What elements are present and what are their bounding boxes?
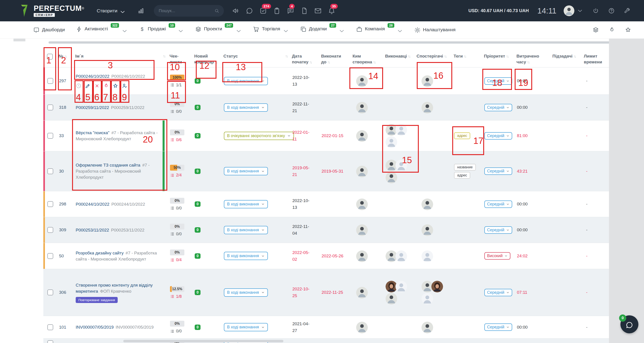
menu-item-trade[interactable]: Торгівля [253, 26, 289, 34]
priority-dropdown[interactable]: Середній [484, 200, 512, 208]
new-comment-badge[interactable]: 0 [195, 133, 200, 138]
status-dropdown[interactable]: В ході виконання [224, 226, 268, 234]
task-name-link[interactable]: INV000007/05/2019 [76, 325, 114, 329]
comments-icon[interactable]: 4 [287, 7, 294, 15]
sort-arrows-icon[interactable]: ↑↓ [573, 54, 576, 58]
volume-icon[interactable] [232, 7, 240, 15]
avatar-photo[interactable] [422, 198, 433, 210]
column-header-date_start[interactable]: Дата початку↑↓ [290, 51, 319, 67]
chat-fab-button[interactable]: 0 [620, 315, 638, 333]
tag-badge[interactable]: адрес [454, 132, 470, 139]
horizontal-scrollbar-top[interactable] [48, 41, 612, 44]
row-checkbox[interactable] [48, 340, 53, 343]
status-dropdown[interactable]: В ході виконання [224, 77, 268, 85]
avatar-photo[interactable] [422, 322, 433, 333]
new-comment-badge[interactable]: 0 [195, 169, 200, 174]
star-icon[interactable] [625, 27, 632, 33]
avatar-photo[interactable] [422, 102, 433, 114]
menu-item-addons[interactable]: Додатки 27 [300, 26, 345, 34]
avatar-photo[interactable] [386, 172, 397, 183]
sort-arrows-icon[interactable]: ↑↓ [285, 53, 288, 67]
checklist-counter[interactable]: 1/1 [170, 83, 189, 87]
logout-icon[interactable] [592, 8, 599, 14]
avatar-photo[interactable] [356, 198, 368, 210]
menu-item-company[interactable]: Компанія 28 [356, 26, 403, 34]
column-header-checklist[interactable]: Чек-листи↑↓ [167, 51, 192, 67]
avatar-photo[interactable] [356, 287, 368, 298]
avatar-photo[interactable] [356, 166, 368, 177]
bell-icon[interactable]: 35 [328, 7, 336, 15]
sort-arrows-icon[interactable]: ↑↓ [527, 60, 529, 64]
row-checkbox[interactable] [48, 201, 53, 207]
clock-icon[interactable] [76, 83, 82, 89]
document-icon[interactable] [300, 7, 308, 15]
priority-dropdown[interactable]: Середній [484, 323, 512, 331]
horizontal-scrollbar-bottom[interactable] [123, 340, 284, 342]
person-check-icon[interactable] [122, 83, 128, 89]
task-name-link[interactable]: Розробка дизайну сайту [76, 251, 124, 255]
column-header-subtasks[interactable]: Підзадачі↑↓ [550, 51, 582, 67]
tag-badge[interactable]: адрес [454, 172, 470, 179]
checklist-counter[interactable]: 0/4 [170, 258, 189, 262]
tasks-icon[interactable]: 274 [259, 7, 267, 15]
sort-arrows-icon[interactable]: ↑↓ [506, 54, 508, 58]
new-comment-badge[interactable]: 0 [195, 201, 200, 207]
checklist-counter[interactable]: 2/4 [170, 173, 189, 178]
search-input[interactable] [158, 8, 214, 14]
column-header-name[interactable]: Ім´я↑↓ [73, 51, 167, 67]
fire-icon[interactable] [608, 27, 615, 33]
column-header-date_due[interactable]: Виконати до↑↓ [319, 51, 350, 67]
task-name-link[interactable]: P000244/10/2022 [76, 202, 109, 207]
status-dropdown[interactable]: В ході виконання [224, 323, 268, 331]
sort-arrows-icon[interactable]: ↑↓ [215, 60, 217, 64]
checklist-counter[interactable]: 0/0 [170, 329, 189, 333]
task-name-link[interactable]: P000259/11/2022 [76, 105, 109, 110]
row-checkbox[interactable] [48, 227, 53, 233]
checklist-counter[interactable]: 1/8 [170, 294, 189, 299]
close-icon[interactable] [94, 83, 100, 89]
new-comment-badge[interactable]: 0 [195, 227, 200, 233]
row-checkbox[interactable] [48, 253, 53, 259]
priority-dropdown[interactable]: Середній [484, 226, 512, 234]
avatar-photo[interactable] [356, 102, 368, 114]
clipboard-icon[interactable] [273, 7, 281, 15]
select-all-checkbox[interactable] [47, 54, 53, 60]
avatar-photo[interactable] [356, 250, 368, 262]
avatar-photo[interactable] [422, 75, 433, 87]
avatar-placeholder[interactable] [396, 250, 407, 262]
help-icon[interactable] [608, 8, 615, 14]
priority-dropdown[interactable]: Середній [484, 132, 512, 140]
avatar-photo[interactable] [356, 130, 368, 142]
checklist-counter[interactable]: 0/0 [170, 232, 189, 236]
new-comment-badge[interactable]: 0 [195, 253, 200, 259]
avatar-placeholder[interactable] [396, 281, 407, 292]
priority-dropdown[interactable]: Середній [484, 104, 512, 111]
fire-icon[interactable] [103, 83, 109, 89]
new-comment-badge[interactable]: 0 [195, 105, 200, 110]
task-name-link[interactable]: Оформление ТЗ создания сайта [76, 163, 140, 167]
task-name-link[interactable]: P000253/11/2022 [76, 228, 109, 232]
star-icon[interactable] [112, 83, 118, 89]
sort-arrows-icon[interactable]: ↑↓ [163, 53, 165, 67]
status-dropdown[interactable]: В ході виконання [224, 200, 268, 208]
sort-arrows-icon[interactable]: ↑↓ [64, 54, 66, 58]
status-dropdown[interactable]: В ході виконання [224, 288, 268, 297]
sort-arrows-icon[interactable]: ↑↓ [444, 54, 446, 58]
new-comment-badge[interactable]: 0 [195, 290, 200, 295]
row-checkbox[interactable] [48, 78, 53, 84]
menu-item-sales[interactable]: $ Продажі 10 [139, 26, 184, 34]
avatar-placeholder[interactable] [422, 250, 433, 262]
new-comment-badge[interactable]: 0 [195, 324, 200, 330]
menu-item-settings[interactable]: Налаштування [414, 26, 456, 34]
bar-chart-icon[interactable] [138, 8, 144, 14]
row-checkbox[interactable] [48, 324, 53, 330]
row-checkbox[interactable] [48, 289, 53, 295]
user-avatar[interactable] [564, 6, 574, 16]
avatar-photo[interactable] [356, 224, 368, 236]
avatar-photo[interactable] [356, 75, 368, 87]
status-dropdown[interactable]: В ході виконання [224, 103, 268, 112]
sort-arrows-icon[interactable]: ↑↓ [373, 60, 375, 64]
sort-arrows-icon[interactable]: ↑↓ [183, 60, 185, 64]
chevron-down-icon[interactable] [577, 8, 583, 14]
sort-arrows-icon[interactable]: ↑↓ [464, 54, 466, 58]
